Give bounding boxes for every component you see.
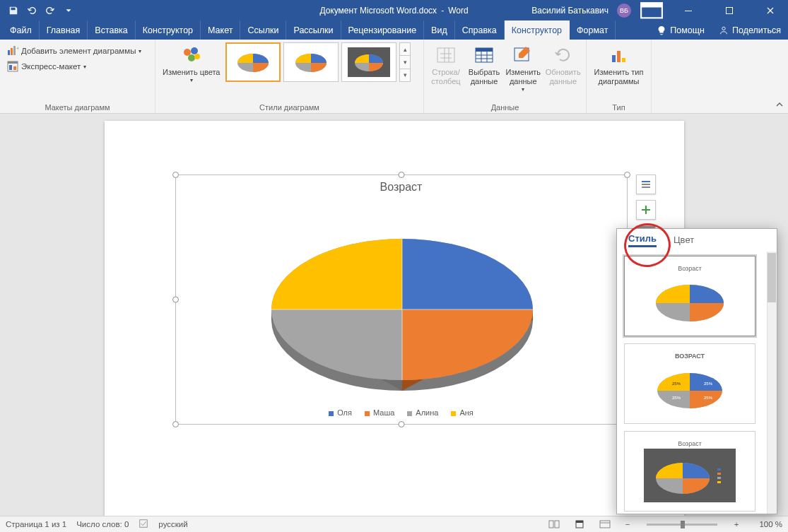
zoom-level[interactable]: 100 % <box>751 520 782 528</box>
zoom-in-button[interactable]: + <box>731 520 741 528</box>
web-layout-button[interactable] <box>597 518 613 531</box>
style-thumb-3[interactable] <box>341 42 396 82</box>
select-data-button[interactable]: Выбрать данные <box>466 42 502 88</box>
scrollbar-thumb[interactable] <box>768 253 776 302</box>
group-label-styles: Стили диаграмм <box>160 102 419 112</box>
svg-rect-46 <box>549 521 553 528</box>
flyout-style-3[interactable]: Возраст <box>624 431 755 512</box>
tab-insert[interactable]: Вставка <box>88 20 135 40</box>
collapse-ribbon-button[interactable] <box>775 100 784 110</box>
resize-handle[interactable] <box>172 297 179 303</box>
flyout-style-1[interactable]: Возраст <box>624 256 755 336</box>
resize-handle[interactable] <box>398 421 404 427</box>
spellcheck-icon[interactable] <box>139 519 148 530</box>
switch-icon <box>435 44 457 66</box>
svg-rect-41 <box>717 468 721 471</box>
flyout-scrollbar[interactable] <box>767 252 777 514</box>
ribbon-tabs: Файл Главная Вставка Конструктор Макет С… <box>0 20 788 40</box>
tab-design[interactable]: Конструктор <box>136 20 201 40</box>
resize-handle[interactable] <box>172 172 179 178</box>
close-button[interactable] <box>754 0 787 20</box>
style-thumb-2[interactable] <box>283 42 339 82</box>
tab-file[interactable]: Файл <box>0 20 40 40</box>
svg-rect-12 <box>13 66 16 70</box>
edit-data-button[interactable]: Изменить данные▾ <box>505 42 541 95</box>
tab-help[interactable]: Справка <box>455 20 505 40</box>
tab-mailings[interactable]: Рассылки <box>286 20 341 40</box>
chart-type-icon <box>608 44 630 66</box>
print-layout-button[interactable] <box>572 518 587 531</box>
zoom-slider[interactable] <box>647 524 717 526</box>
edit-data-icon <box>512 44 534 66</box>
user-name[interactable]: Василий Батькавич <box>531 6 608 16</box>
minimize-button[interactable] <box>672 0 705 20</box>
tab-review[interactable]: Рецензирование <box>341 20 425 40</box>
flyout-tab-color[interactable]: Цвет <box>674 235 694 247</box>
resize-handle[interactable] <box>398 172 404 178</box>
language-indicator[interactable]: русский <box>158 520 187 528</box>
gallery-up-icon[interactable]: ▴ <box>400 43 410 56</box>
user-avatar[interactable]: ВБ <box>617 4 631 18</box>
svg-rect-49 <box>576 521 583 523</box>
resize-handle[interactable] <box>172 421 179 427</box>
svg-point-13 <box>184 49 191 56</box>
style-thumb-1[interactable] <box>225 42 281 82</box>
tab-references[interactable]: Ссылки <box>240 20 286 40</box>
svg-point-14 <box>191 47 198 54</box>
chart-elements-button[interactable] <box>636 200 656 220</box>
word-count[interactable]: Число слов: 0 <box>76 520 129 528</box>
svg-rect-42 <box>717 473 721 475</box>
zoom-thumb[interactable] <box>681 521 685 528</box>
change-colors-button[interactable]: Изменить цвета▾ <box>160 42 223 85</box>
chart-layout-options-button[interactable] <box>636 175 656 194</box>
chart-object[interactable]: Возраст Оля <box>175 175 628 425</box>
svg-rect-31 <box>642 184 650 185</box>
tab-view[interactable]: Вид <box>424 20 455 40</box>
quick-layout-button[interactable]: Экспресс-макет▾ <box>4 59 89 73</box>
title-bar: Документ Microsoft Word.docx - Word Васи… <box>0 0 788 20</box>
gallery-more-icon[interactable]: ▾ <box>400 69 410 81</box>
undo-button[interactable] <box>23 0 41 20</box>
quick-layout-icon <box>7 61 18 72</box>
page-indicator[interactable]: Страница 1 из 1 <box>6 520 66 528</box>
flyout-style-2[interactable]: ВОЗРАСТ 25%25%25%25% <box>624 343 755 424</box>
qat-dropdown-icon[interactable] <box>59 0 78 20</box>
svg-text:25%: 25% <box>704 396 713 400</box>
redo-button[interactable] <box>41 0 59 20</box>
legend-item: Оля <box>329 408 352 417</box>
svg-rect-26 <box>617 51 621 62</box>
svg-rect-3 <box>727 7 733 13</box>
maximize-button[interactable] <box>713 0 746 20</box>
group-label-data: Данные <box>428 102 582 112</box>
svg-text:+: + <box>16 45 18 52</box>
flyout-tab-style[interactable]: Стиль <box>628 233 657 247</box>
pie-chart <box>261 211 543 394</box>
svg-rect-11 <box>9 65 12 70</box>
add-element-icon: + <box>7 45 18 57</box>
svg-rect-25 <box>612 55 616 62</box>
legend-item: Алина <box>407 408 438 417</box>
tab-chart-format[interactable]: Формат <box>570 20 616 40</box>
zoom-out-button[interactable]: − <box>623 520 633 528</box>
resize-handle[interactable] <box>624 172 630 178</box>
ribbon-display-options-button[interactable] <box>640 0 664 20</box>
tab-home[interactable]: Главная <box>40 20 88 40</box>
tell-me-button[interactable]: Помощн <box>649 20 712 40</box>
svg-rect-32 <box>642 187 650 188</box>
save-button[interactable] <box>4 0 23 20</box>
gallery-down-icon[interactable]: ▾ <box>400 56 410 69</box>
tab-layout[interactable]: Макет <box>201 20 240 40</box>
select-data-icon <box>473 44 495 66</box>
change-chart-type-button[interactable]: Изменить тип диаграммы <box>591 42 647 88</box>
group-label-layouts: Макеты диаграмм <box>4 102 151 112</box>
svg-rect-2 <box>685 11 692 11</box>
tab-chart-design[interactable]: Конструктор <box>505 20 570 40</box>
svg-text:25%: 25% <box>672 382 681 386</box>
add-chart-element-button[interactable]: + Добавить элемент диаграммы▾ <box>4 44 144 58</box>
share-button[interactable]: Поделиться <box>712 20 788 40</box>
svg-rect-30 <box>642 181 650 182</box>
svg-rect-6 <box>11 48 13 55</box>
read-mode-button[interactable] <box>546 518 562 531</box>
flyout-style-list: Возраст ВОЗРАСТ 25%25%25%25% Возраст <box>617 252 777 514</box>
svg-rect-1 <box>641 3 662 7</box>
